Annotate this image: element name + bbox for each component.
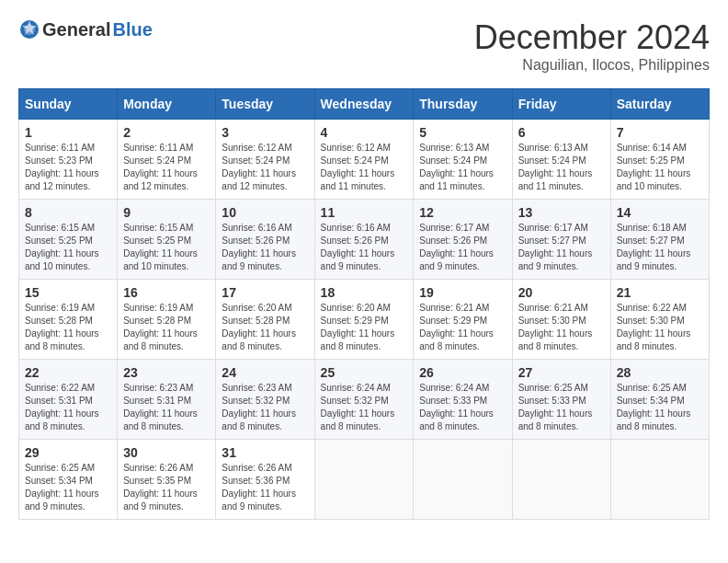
day-info: Sunrise: 6:11 AM Sunset: 5:24 PM Dayligh… bbox=[123, 142, 210, 193]
page-header: General Blue December 2024 Naguilian, Il… bbox=[18, 18, 710, 74]
day-number: 11 bbox=[321, 205, 408, 220]
day-number: 9 bbox=[123, 205, 210, 220]
day-info: Sunrise: 6:16 AM Sunset: 5:26 PM Dayligh… bbox=[321, 222, 408, 273]
calendar-cell: 5Sunrise: 6:13 AM Sunset: 5:24 PM Daylig… bbox=[414, 120, 512, 200]
day-info: Sunrise: 6:13 AM Sunset: 5:24 PM Dayligh… bbox=[419, 142, 506, 193]
calendar-cell: 27Sunrise: 6:25 AM Sunset: 5:33 PM Dayli… bbox=[512, 360, 610, 440]
weekday-header-sunday: Sunday bbox=[19, 89, 118, 120]
logo-general-text: General bbox=[42, 19, 110, 40]
weekday-header-monday: Monday bbox=[118, 89, 216, 120]
day-info: Sunrise: 6:17 AM Sunset: 5:26 PM Dayligh… bbox=[419, 222, 506, 273]
calendar-cell bbox=[314, 440, 414, 520]
day-info: Sunrise: 6:17 AM Sunset: 5:27 PM Dayligh… bbox=[518, 222, 605, 273]
day-info: Sunrise: 6:12 AM Sunset: 5:24 PM Dayligh… bbox=[321, 142, 408, 193]
calendar-week-row: 22Sunrise: 6:22 AM Sunset: 5:31 PM Dayli… bbox=[19, 360, 710, 440]
day-info: Sunrise: 6:25 AM Sunset: 5:33 PM Dayligh… bbox=[518, 382, 605, 433]
day-number: 28 bbox=[617, 365, 703, 380]
day-number: 2 bbox=[123, 125, 210, 140]
calendar-cell bbox=[414, 440, 512, 520]
day-info: Sunrise: 6:12 AM Sunset: 5:24 PM Dayligh… bbox=[222, 142, 308, 193]
day-number: 10 bbox=[222, 205, 308, 220]
calendar-cell: 16Sunrise: 6:19 AM Sunset: 5:28 PM Dayli… bbox=[118, 280, 216, 360]
day-number: 15 bbox=[25, 285, 111, 300]
day-number: 5 bbox=[419, 125, 506, 140]
calendar-cell: 30Sunrise: 6:26 AM Sunset: 5:35 PM Dayli… bbox=[118, 440, 216, 520]
calendar-cell bbox=[610, 440, 709, 520]
calendar-cell: 24Sunrise: 6:23 AM Sunset: 5:32 PM Dayli… bbox=[216, 360, 314, 440]
calendar-week-row: 29Sunrise: 6:25 AM Sunset: 5:34 PM Dayli… bbox=[19, 440, 710, 520]
day-info: Sunrise: 6:15 AM Sunset: 5:25 PM Dayligh… bbox=[123, 222, 210, 273]
day-number: 16 bbox=[123, 285, 210, 300]
calendar-cell: 25Sunrise: 6:24 AM Sunset: 5:32 PM Dayli… bbox=[314, 360, 414, 440]
calendar-cell: 29Sunrise: 6:25 AM Sunset: 5:34 PM Dayli… bbox=[19, 440, 118, 520]
calendar-week-row: 1Sunrise: 6:11 AM Sunset: 5:23 PM Daylig… bbox=[19, 120, 710, 200]
title-area: December 2024 Naguilian, Ilocos, Philipp… bbox=[474, 18, 710, 74]
calendar-cell: 14Sunrise: 6:18 AM Sunset: 5:27 PM Dayli… bbox=[610, 200, 709, 280]
calendar-cell: 10Sunrise: 6:16 AM Sunset: 5:26 PM Dayli… bbox=[216, 200, 314, 280]
weekday-header-saturday: Saturday bbox=[610, 89, 709, 120]
day-number: 30 bbox=[123, 445, 210, 460]
day-number: 31 bbox=[222, 445, 308, 460]
day-info: Sunrise: 6:23 AM Sunset: 5:32 PM Dayligh… bbox=[222, 382, 308, 433]
calendar-cell: 19Sunrise: 6:21 AM Sunset: 5:29 PM Dayli… bbox=[414, 280, 512, 360]
day-info: Sunrise: 6:23 AM Sunset: 5:31 PM Dayligh… bbox=[123, 382, 210, 433]
day-info: Sunrise: 6:20 AM Sunset: 5:29 PM Dayligh… bbox=[321, 302, 408, 353]
location-title: Naguilian, Ilocos, Philippines bbox=[474, 57, 710, 74]
calendar-cell: 26Sunrise: 6:24 AM Sunset: 5:33 PM Dayli… bbox=[414, 360, 512, 440]
calendar-cell: 2Sunrise: 6:11 AM Sunset: 5:24 PM Daylig… bbox=[118, 120, 216, 200]
day-info: Sunrise: 6:16 AM Sunset: 5:26 PM Dayligh… bbox=[222, 222, 308, 273]
day-number: 12 bbox=[419, 205, 506, 220]
day-number: 13 bbox=[518, 205, 605, 220]
day-info: Sunrise: 6:19 AM Sunset: 5:28 PM Dayligh… bbox=[25, 302, 111, 353]
day-number: 22 bbox=[25, 365, 111, 380]
day-number: 29 bbox=[25, 445, 111, 460]
day-number: 26 bbox=[419, 365, 506, 380]
weekday-header-row: SundayMondayTuesdayWednesdayThursdayFrid… bbox=[19, 89, 710, 120]
day-number: 21 bbox=[617, 285, 703, 300]
calendar-cell: 13Sunrise: 6:17 AM Sunset: 5:27 PM Dayli… bbox=[512, 200, 610, 280]
calendar-cell: 18Sunrise: 6:20 AM Sunset: 5:29 PM Dayli… bbox=[314, 280, 414, 360]
day-number: 23 bbox=[123, 365, 210, 380]
day-info: Sunrise: 6:20 AM Sunset: 5:28 PM Dayligh… bbox=[222, 302, 308, 353]
day-info: Sunrise: 6:24 AM Sunset: 5:33 PM Dayligh… bbox=[419, 382, 506, 433]
month-title: December 2024 bbox=[474, 18, 710, 57]
calendar-cell: 21Sunrise: 6:22 AM Sunset: 5:30 PM Dayli… bbox=[610, 280, 709, 360]
calendar-cell: 23Sunrise: 6:23 AM Sunset: 5:31 PM Dayli… bbox=[118, 360, 216, 440]
calendar-cell: 6Sunrise: 6:13 AM Sunset: 5:24 PM Daylig… bbox=[512, 120, 610, 200]
calendar-week-row: 8Sunrise: 6:15 AM Sunset: 5:25 PM Daylig… bbox=[19, 200, 710, 280]
day-number: 8 bbox=[25, 205, 111, 220]
logo: General Blue bbox=[18, 18, 153, 40]
weekday-header-tuesday: Tuesday bbox=[216, 89, 314, 120]
calendar-cell: 28Sunrise: 6:25 AM Sunset: 5:34 PM Dayli… bbox=[610, 360, 709, 440]
calendar-cell bbox=[512, 440, 610, 520]
day-info: Sunrise: 6:15 AM Sunset: 5:25 PM Dayligh… bbox=[25, 222, 111, 273]
calendar-cell: 9Sunrise: 6:15 AM Sunset: 5:25 PM Daylig… bbox=[118, 200, 216, 280]
calendar-cell: 15Sunrise: 6:19 AM Sunset: 5:28 PM Dayli… bbox=[19, 280, 118, 360]
logo-blue-text: Blue bbox=[112, 19, 152, 40]
day-info: Sunrise: 6:22 AM Sunset: 5:30 PM Dayligh… bbox=[617, 302, 703, 353]
calendar-cell: 7Sunrise: 6:14 AM Sunset: 5:25 PM Daylig… bbox=[610, 120, 709, 200]
day-info: Sunrise: 6:22 AM Sunset: 5:31 PM Dayligh… bbox=[25, 382, 111, 433]
day-number: 14 bbox=[617, 205, 703, 220]
calendar-cell: 4Sunrise: 6:12 AM Sunset: 5:24 PM Daylig… bbox=[314, 120, 414, 200]
day-info: Sunrise: 6:18 AM Sunset: 5:27 PM Dayligh… bbox=[617, 222, 703, 273]
day-number: 24 bbox=[222, 365, 308, 380]
day-number: 6 bbox=[518, 125, 605, 140]
day-number: 20 bbox=[518, 285, 605, 300]
calendar-cell: 11Sunrise: 6:16 AM Sunset: 5:26 PM Dayli… bbox=[314, 200, 414, 280]
weekday-header-thursday: Thursday bbox=[414, 89, 512, 120]
day-number: 19 bbox=[419, 285, 506, 300]
day-info: Sunrise: 6:21 AM Sunset: 5:30 PM Dayligh… bbox=[518, 302, 605, 353]
calendar-cell: 12Sunrise: 6:17 AM Sunset: 5:26 PM Dayli… bbox=[414, 200, 512, 280]
calendar-cell: 20Sunrise: 6:21 AM Sunset: 5:30 PM Dayli… bbox=[512, 280, 610, 360]
calendar-cell: 17Sunrise: 6:20 AM Sunset: 5:28 PM Dayli… bbox=[216, 280, 314, 360]
weekday-header-wednesday: Wednesday bbox=[314, 89, 414, 120]
day-info: Sunrise: 6:26 AM Sunset: 5:35 PM Dayligh… bbox=[123, 462, 210, 513]
calendar-cell: 22Sunrise: 6:22 AM Sunset: 5:31 PM Dayli… bbox=[19, 360, 118, 440]
day-info: Sunrise: 6:26 AM Sunset: 5:36 PM Dayligh… bbox=[222, 462, 308, 513]
day-number: 25 bbox=[321, 365, 408, 380]
day-number: 7 bbox=[617, 125, 703, 140]
weekday-header-friday: Friday bbox=[512, 89, 610, 120]
calendar-cell: 3Sunrise: 6:12 AM Sunset: 5:24 PM Daylig… bbox=[216, 120, 314, 200]
day-number: 17 bbox=[222, 285, 308, 300]
